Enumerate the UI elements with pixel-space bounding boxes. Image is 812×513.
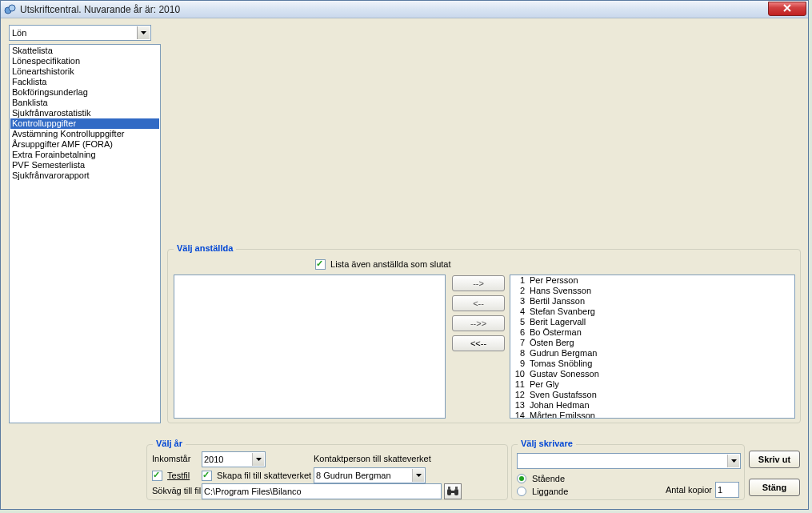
employee-name: Gudrun Bergman bbox=[530, 348, 597, 359]
employee-row[interactable]: 2Hans Svensson bbox=[510, 286, 794, 296]
year-group: Välj år Inkomstår 2010 Testfil Skapa fil… bbox=[146, 444, 508, 500]
employee-name: Bertil Jansson bbox=[530, 296, 585, 307]
employee-number: 11 bbox=[512, 379, 530, 390]
svg-rect-4 bbox=[451, 491, 454, 493]
income-year-select[interactable]: 2010 bbox=[202, 451, 266, 467]
employee-number: 14 bbox=[512, 411, 530, 419]
move-all-right-button[interactable]: -->> bbox=[452, 315, 505, 331]
contact-select[interactable]: 8 Gudrun Bergman bbox=[314, 467, 426, 483]
employee-row[interactable]: 8Gudrun Bergman bbox=[510, 348, 794, 359]
report-item[interactable]: Banklista bbox=[10, 98, 159, 108]
report-list[interactable]: SkattelistaLönespecifikationLöneartshist… bbox=[9, 44, 161, 423]
employee-row[interactable]: 4Stefan Svanberg bbox=[510, 307, 794, 317]
app-window: Utskriftcentral. Nuvarande år är: 2010 L… bbox=[0, 0, 809, 510]
landscape-radio[interactable] bbox=[517, 487, 526, 496]
transfer-buttons: --> <-- -->> <<-- bbox=[452, 275, 505, 355]
testfile-row[interactable]: Testfil bbox=[152, 470, 190, 481]
employee-name: Stefan Svanberg bbox=[530, 307, 595, 317]
category-select[interactable]: Lön bbox=[9, 25, 151, 41]
employee-number: 1 bbox=[512, 275, 530, 286]
employee-name: Hans Svensson bbox=[530, 286, 591, 296]
client-area: Lön SkattelistaLönespecifikationLönearts… bbox=[1, 18, 808, 509]
move-all-left-button[interactable]: <<-- bbox=[452, 335, 505, 351]
report-item[interactable]: Skattelista bbox=[10, 46, 159, 56]
report-item[interactable]: Kontrolluppgifter bbox=[10, 118, 159, 129]
report-item[interactable]: Löneartshistorik bbox=[10, 66, 159, 77]
employee-number: 12 bbox=[512, 390, 530, 400]
report-item[interactable]: Lönespecifikation bbox=[10, 56, 159, 66]
close-button[interactable]: Stäng bbox=[749, 479, 800, 496]
report-item[interactable]: Bokföringsunderlag bbox=[10, 87, 159, 98]
close-icon bbox=[783, 4, 791, 12]
employee-row[interactable]: 3Bertil Jansson bbox=[510, 296, 794, 307]
employee-row[interactable]: 10Gustav Sonesson bbox=[510, 369, 794, 379]
list-closed-row[interactable]: Lista även anställda som slutat bbox=[315, 259, 450, 270]
create-file-row[interactable]: Skapa fil till skatteverket bbox=[202, 470, 311, 481]
employee-name: Per Gly bbox=[530, 379, 559, 390]
portrait-radio[interactable] bbox=[517, 474, 526, 483]
report-item[interactable]: Facklista bbox=[10, 77, 159, 87]
path-input[interactable]: C:\Program Files\Bilanco bbox=[202, 483, 442, 499]
employee-name: Östen Berg bbox=[530, 338, 574, 348]
employee-name: Tomas Snöbling bbox=[530, 359, 592, 369]
close-window-button[interactable] bbox=[768, 2, 806, 16]
income-year-label: Inkomstår bbox=[152, 454, 190, 463]
binoculars-icon bbox=[446, 486, 459, 497]
svg-rect-6 bbox=[455, 487, 458, 490]
report-item[interactable]: Årsuppgifter AMF (FORA) bbox=[10, 139, 159, 150]
svg-rect-3 bbox=[454, 489, 458, 495]
window-title: Utskriftcentral. Nuvarande år är: 2010 bbox=[20, 4, 180, 15]
printer-select[interactable] bbox=[517, 453, 741, 469]
available-employees-list[interactable]: 1Per Persson2Hans Svensson3Bertil Jansso… bbox=[510, 275, 795, 419]
portrait-row[interactable]: Stående bbox=[517, 473, 565, 483]
report-item[interactable]: Avstämning Kontrolluppgifter bbox=[10, 129, 159, 139]
employee-row[interactable]: 9Tomas Snöbling bbox=[510, 359, 794, 369]
svg-rect-2 bbox=[447, 489, 451, 495]
employee-number: 3 bbox=[512, 296, 530, 307]
employee-number: 10 bbox=[512, 369, 530, 379]
path-label: Sökväg till fil bbox=[152, 486, 201, 495]
employee-number: 2 bbox=[512, 286, 530, 296]
portrait-label: Stående bbox=[532, 474, 565, 483]
printer-group-title: Välj skrivare bbox=[518, 439, 576, 448]
report-item[interactable]: Extra Forainbetalning bbox=[10, 150, 159, 160]
svg-point-1 bbox=[9, 5, 15, 11]
employee-name: Per Persson bbox=[530, 275, 578, 286]
printer-group: Välj skrivare Stående Liggande Antal kop… bbox=[511, 444, 745, 500]
chevron-down-icon bbox=[412, 469, 424, 482]
list-closed-label: Lista även anställda som slutat bbox=[330, 259, 450, 269]
employee-row[interactable]: 13Johan Hedman bbox=[510, 400, 794, 411]
browse-button[interactable] bbox=[444, 483, 462, 499]
employee-name: Bo Österman bbox=[530, 327, 582, 338]
employee-number: 6 bbox=[512, 327, 530, 338]
employee-row[interactable]: 5Berit Lagervall bbox=[510, 317, 794, 327]
employee-number: 7 bbox=[512, 338, 530, 348]
employee-number: 8 bbox=[512, 348, 530, 359]
landscape-row[interactable]: Liggande bbox=[517, 486, 568, 496]
selected-employees-list[interactable] bbox=[174, 275, 446, 419]
app-icon bbox=[4, 3, 17, 16]
employee-row[interactable]: 11Per Gly bbox=[510, 379, 794, 390]
employee-row[interactable]: 1Per Persson bbox=[510, 275, 794, 286]
path-value: C:\Program Files\Bilanco bbox=[204, 487, 302, 496]
copies-label: Antal kopior bbox=[666, 485, 712, 495]
create-file-checkbox[interactable] bbox=[202, 471, 212, 481]
chevron-down-icon bbox=[137, 26, 150, 39]
move-right-button[interactable]: --> bbox=[452, 275, 505, 291]
employees-group-title: Välj anställda bbox=[174, 243, 236, 253]
svg-rect-5 bbox=[448, 487, 450, 490]
list-closed-checkbox[interactable] bbox=[315, 259, 326, 270]
report-item[interactable]: PVF Semesterlista bbox=[10, 160, 159, 170]
move-left-button[interactable]: <-- bbox=[452, 295, 505, 311]
employee-name: Berit Lagervall bbox=[530, 317, 586, 327]
report-item[interactable]: Sjukfrånvarorapport bbox=[10, 170, 159, 181]
employee-row[interactable]: 7Östen Berg bbox=[510, 338, 794, 348]
testfile-checkbox[interactable] bbox=[152, 471, 162, 481]
print-button[interactable]: Skriv ut bbox=[749, 451, 800, 468]
employee-row[interactable]: 6Bo Österman bbox=[510, 327, 794, 338]
employee-row[interactable]: 14Mårten Emilsson bbox=[510, 411, 794, 419]
copies-input[interactable]: 1 bbox=[715, 482, 739, 498]
report-item[interactable]: Sjukfrånvarostatistik bbox=[10, 108, 159, 118]
contact-label: Kontaktperson till skatteverket bbox=[314, 454, 431, 463]
employee-row[interactable]: 12Sven Gustafsson bbox=[510, 390, 794, 400]
